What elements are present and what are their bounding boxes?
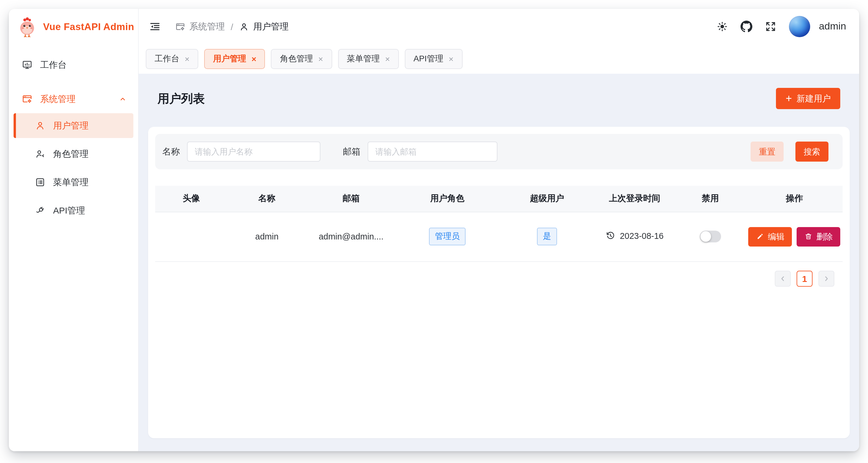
- close-icon[interactable]: ×: [185, 55, 189, 63]
- tab-label: 菜单管理: [347, 54, 380, 64]
- new-user-button[interactable]: + 新建用户: [776, 88, 840, 109]
- col-disabled: 禁用: [674, 186, 746, 212]
- tab-role-management[interactable]: 角色管理 ×: [271, 49, 332, 69]
- table-row: admin admin@admin.... 管理员 是: [155, 212, 843, 261]
- page-title: 用户列表: [158, 91, 205, 106]
- close-icon[interactable]: ×: [318, 55, 323, 63]
- cell-superuser: 是: [499, 212, 595, 261]
- breadcrumb-separator: /: [231, 22, 233, 32]
- tab-menu-management[interactable]: 菜单管理 ×: [338, 49, 399, 69]
- sidebar-item-user-management[interactable]: 用户管理: [13, 113, 133, 138]
- col-last-login: 上次登录时间: [595, 186, 674, 212]
- tab-label: 工作台: [155, 54, 179, 64]
- users-table: 头像 名称 邮箱 用户角色 超级用户 上次登录时间 禁用 操作: [155, 186, 843, 262]
- delete-button[interactable]: 删除: [797, 227, 841, 246]
- sidebar-item-label: 用户管理: [53, 120, 89, 131]
- col-avatar: 头像: [155, 186, 227, 212]
- pagination-page-1[interactable]: 1: [797, 270, 812, 286]
- cell-role: 管理员: [396, 212, 499, 261]
- menu-list-icon: [35, 177, 45, 188]
- name-filter-label: 名称: [162, 146, 180, 157]
- logo[interactable]: Vue FastAPI Admin: [9, 9, 138, 43]
- disabled-toggle[interactable]: [700, 231, 721, 242]
- name-filter-input[interactable]: [187, 141, 320, 162]
- edit-button[interactable]: 编辑: [748, 227, 792, 246]
- role-icon: [35, 148, 45, 159]
- monitor-icon: [22, 60, 32, 70]
- app-window: Vue FastAPI Admin 工作台: [9, 9, 859, 451]
- sidebar-item-label: 系统管理: [40, 94, 75, 105]
- role-tag: 管理员: [429, 228, 466, 245]
- github-icon[interactable]: [740, 21, 752, 32]
- theme-sun-icon[interactable]: [716, 21, 728, 32]
- breadcrumb-system[interactable]: 系统管理: [175, 21, 225, 32]
- fullscreen-icon[interactable]: [765, 21, 776, 32]
- system-gear-icon: [22, 94, 32, 104]
- close-icon[interactable]: ×: [385, 55, 390, 63]
- last-login-value: 2023-08-16: [620, 231, 663, 240]
- delete-label: 删除: [816, 232, 833, 241]
- email-filter-label: 邮箱: [343, 146, 361, 157]
- plus-icon: +: [786, 93, 792, 103]
- api-plug-icon: [35, 205, 45, 216]
- system-gear-icon: [175, 22, 185, 32]
- page-header: 用户列表 + 新建用户: [158, 88, 840, 109]
- chevron-up-icon: [118, 94, 127, 104]
- user-list-card: 名称 邮箱 重置 搜索: [148, 127, 850, 438]
- chevron-left-icon: [779, 274, 786, 282]
- sidebar-item-role-management[interactable]: 角色管理: [13, 141, 133, 166]
- col-superuser: 超级用户: [499, 186, 595, 212]
- breadcrumb-label: 用户管理: [253, 21, 288, 32]
- app-title: Vue FastAPI Admin: [43, 21, 134, 32]
- new-user-label: 新建用户: [797, 94, 831, 103]
- col-email: 邮箱: [307, 186, 396, 212]
- sidebar-item-label: API管理: [53, 205, 85, 216]
- tab-api-management[interactable]: API管理 ×: [405, 49, 463, 69]
- sidebar-collapse-icon[interactable]: [149, 20, 161, 33]
- col-name: 名称: [227, 186, 307, 212]
- close-icon[interactable]: ×: [251, 55, 256, 63]
- pagination-next-button[interactable]: [818, 270, 834, 286]
- sidebar-item-system[interactable]: 系统管理: [13, 87, 133, 111]
- sidebar-item-workbench[interactable]: 工作台: [13, 53, 133, 77]
- page: Vue FastAPI Admin 工作台: [0, 0, 868, 463]
- col-role: 用户角色: [396, 186, 499, 212]
- chicken-logo-icon: [17, 16, 38, 37]
- content: 用户列表 + 新建用户 名称 邮箱: [139, 74, 859, 451]
- cell-email: admin@admin....: [307, 212, 396, 261]
- tab-user-management[interactable]: 用户管理 ×: [204, 49, 265, 69]
- trash-icon: [805, 232, 813, 241]
- tab-label: 用户管理: [213, 54, 246, 64]
- sidebar-item-label: 角色管理: [53, 148, 89, 160]
- email-filter-input[interactable]: [368, 141, 497, 162]
- sidebar-menu: 工作台 系统管理: [9, 43, 138, 225]
- search-button[interactable]: 搜索: [796, 141, 829, 162]
- tabs-bar: 工作台 × 用户管理 × 角色管理 × 菜单管理 × API管理 ×: [139, 44, 859, 74]
- tab-workbench[interactable]: 工作台 ×: [146, 49, 198, 69]
- edit-label: 编辑: [768, 232, 784, 241]
- tab-label: API管理: [414, 54, 443, 64]
- sidebar-item-menu-management[interactable]: 菜单管理: [13, 170, 133, 195]
- close-icon[interactable]: ×: [449, 55, 454, 63]
- pagination-prev-button[interactable]: [775, 270, 791, 286]
- breadcrumb: 系统管理 / 用户管理: [175, 21, 288, 32]
- cell-name: admin: [227, 212, 307, 261]
- sidebar-item-label: 菜单管理: [53, 177, 89, 188]
- user-avatar[interactable]: [788, 16, 810, 37]
- filter-actions: 重置 搜索: [751, 141, 829, 162]
- col-actions: 操作: [746, 186, 843, 212]
- reset-button[interactable]: 重置: [751, 141, 784, 162]
- breadcrumb-user-management[interactable]: 用户管理: [239, 21, 288, 32]
- tab-label: 角色管理: [280, 54, 313, 64]
- sidebar-item-api-management[interactable]: API管理: [13, 198, 133, 223]
- breadcrumb-label: 系统管理: [189, 21, 225, 32]
- superuser-tag: 是: [537, 228, 557, 245]
- email-filter-group: 邮箱: [343, 141, 497, 162]
- main-area: 系统管理 / 用户管理: [139, 9, 859, 451]
- sidebar: Vue FastAPI Admin 工作台: [9, 9, 139, 451]
- cell-disabled: [674, 212, 746, 261]
- username[interactable]: admin: [819, 21, 846, 32]
- chevron-right-icon: [823, 274, 830, 282]
- table-header-row: 头像 名称 邮箱 用户角色 超级用户 上次登录时间 禁用 操作: [155, 186, 843, 212]
- pencil-icon: [756, 232, 765, 241]
